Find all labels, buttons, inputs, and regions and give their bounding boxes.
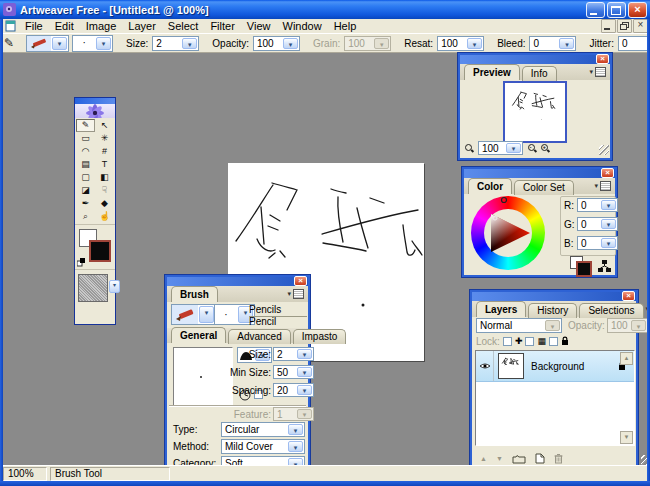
tool-eyedropper[interactable]: ✒	[76, 197, 95, 210]
tool-lasso[interactable]: ◠	[76, 145, 95, 158]
tool-magic-wand[interactable]: ✳	[95, 132, 114, 145]
tool-eraser[interactable]: ◪	[76, 184, 95, 197]
menu-view[interactable]: View	[241, 20, 277, 33]
scroll-up-icon[interactable]: ▲	[620, 352, 633, 365]
tool-hand[interactable]: ☝	[95, 210, 114, 223]
menu-file[interactable]: File	[19, 20, 49, 33]
mdi-restore-button[interactable]	[617, 19, 632, 33]
jitter-combo[interactable]: 0▾	[618, 36, 650, 51]
lock-transparency-checkbox[interactable]	[525, 337, 534, 346]
color-mode-icon[interactable]	[598, 260, 611, 273]
mdi-minimize-button[interactable]	[601, 19, 616, 33]
size-combo[interactable]: 2▾	[152, 36, 199, 51]
menu-layer[interactable]: Layer	[122, 20, 162, 33]
tool-text[interactable]: T	[95, 158, 114, 171]
panel-menu-icon[interactable]	[293, 289, 304, 299]
red-combo[interactable]: 0▾	[577, 198, 618, 212]
tool-move[interactable]: ↖	[95, 119, 114, 132]
default-colors-icon[interactable]	[77, 258, 86, 267]
blend-mode-combo[interactable]: Normal ▾	[476, 318, 562, 333]
tool-zoom[interactable]: ⌕	[76, 210, 95, 223]
menu-help[interactable]: Help	[328, 20, 363, 33]
tool-marquee[interactable]: ▭	[76, 132, 95, 145]
tab-info[interactable]: Info	[522, 66, 557, 81]
maximize-button[interactable]	[607, 2, 626, 18]
menu-edit[interactable]: Edit	[49, 20, 80, 33]
opacity-combo[interactable]: 100▾	[253, 36, 300, 51]
brush-preset-combo[interactable]: ▾	[26, 35, 69, 52]
zoom-out-icon[interactable]: -	[528, 144, 536, 152]
color-panel-titlebar[interactable]: ×	[464, 169, 615, 178]
tab-color-set[interactable]: Color Set	[514, 180, 574, 195]
move-layer-down-icon[interactable]: ▼	[496, 455, 503, 462]
brush-close-icon[interactable]: ×	[294, 276, 307, 286]
menu-image[interactable]: Image	[80, 20, 123, 33]
lock-all-checkbox[interactable]	[549, 337, 558, 346]
pattern-swatch[interactable]	[78, 274, 108, 302]
delete-layer-icon[interactable]	[554, 453, 563, 464]
layer-name[interactable]: Background	[531, 361, 618, 372]
lock-position-checkbox[interactable]	[503, 337, 512, 346]
method-combo[interactable]: Mild Cover▾	[221, 439, 305, 454]
menu-select[interactable]: Select	[162, 20, 205, 33]
tool-shape[interactable]: ▢	[76, 171, 95, 184]
tab-history[interactable]: History	[528, 303, 577, 318]
brush-panel-titlebar[interactable]: ×	[167, 277, 308, 286]
tab-general[interactable]: General	[171, 327, 226, 343]
layer-thumbnail[interactable]	[498, 353, 524, 379]
background-color-swatch[interactable]	[576, 261, 592, 277]
visibility-eye-icon[interactable]	[479, 362, 491, 370]
tab-preview[interactable]: Preview	[464, 64, 520, 80]
tab-advanced[interactable]: Advanced	[228, 329, 290, 344]
menu-filter[interactable]: Filter	[204, 20, 240, 33]
layers-panel-titlebar[interactable]: ×	[472, 292, 636, 301]
scroll-down-icon[interactable]: ▼	[620, 431, 633, 444]
green-combo[interactable]: 0▾	[577, 217, 618, 231]
resat-combo[interactable]: 100▾	[437, 36, 484, 51]
hue-marker[interactable]	[502, 198, 507, 203]
minimize-button[interactable]	[586, 2, 605, 18]
zoom-in-icon[interactable]: +	[541, 144, 549, 152]
resat-label: Resat:	[403, 38, 434, 49]
tab-color[interactable]: Color	[468, 178, 512, 194]
color-close-icon[interactable]: ×	[601, 168, 614, 178]
brush-tip-combo[interactable]: · ▾	[72, 35, 113, 52]
preview-zoom-combo[interactable]: 100▾	[478, 141, 523, 155]
tab-brush[interactable]: Brush	[171, 286, 218, 302]
panel-menu-icon[interactable]	[600, 181, 611, 191]
spacing-label: Spacing:	[225, 385, 271, 396]
color-wheel[interactable]	[471, 196, 545, 270]
tool-brush[interactable]: ✎	[76, 119, 95, 132]
close-button[interactable]: ×	[628, 2, 647, 18]
new-group-icon[interactable]	[512, 454, 526, 464]
brush-preset-combo[interactable]: ▾	[171, 304, 216, 325]
layers-close-icon[interactable]: ×	[622, 291, 635, 301]
pattern-dropdown[interactable]: ▾	[109, 280, 120, 293]
menu-window[interactable]: Window	[277, 20, 328, 33]
bleed-combo[interactable]: 0▾	[529, 36, 576, 51]
tool-gradient[interactable]: ◧	[95, 171, 114, 184]
panel-menu-icon[interactable]	[595, 67, 606, 77]
tab-selections[interactable]: Selections	[579, 303, 643, 318]
tool-fill[interactable]: ◆	[95, 197, 114, 210]
background-color-swatch[interactable]	[89, 240, 111, 262]
min-size-combo[interactable]: 50▾	[273, 365, 314, 379]
type-combo[interactable]: Circular▾	[221, 422, 305, 437]
blue-combo[interactable]: 0▾	[577, 236, 618, 250]
resize-grip[interactable]	[599, 145, 609, 155]
tool-smudge[interactable]: ☟	[95, 184, 114, 197]
tool-crop[interactable]: #	[95, 145, 114, 158]
mdi-close-button[interactable]: ×	[633, 19, 648, 33]
tab-impasto[interactable]: Impasto	[293, 329, 347, 344]
preview-panel-titlebar[interactable]: ×	[460, 55, 610, 64]
move-layer-up-icon[interactable]: ▲	[480, 455, 487, 462]
new-layer-icon[interactable]	[535, 453, 545, 464]
pencil-preview-icon	[27, 36, 51, 51]
brush-size-combo[interactable]: 2▾	[273, 347, 314, 361]
color-triangle[interactable]	[471, 196, 545, 270]
tab-layers[interactable]: Layers	[476, 301, 526, 317]
tool-stamp[interactable]: ▤	[76, 158, 95, 171]
layer-row-background[interactable]: Background	[476, 351, 634, 382]
spacing-combo[interactable]: 20▾	[273, 383, 314, 397]
preview-close-icon[interactable]: ×	[596, 54, 609, 64]
